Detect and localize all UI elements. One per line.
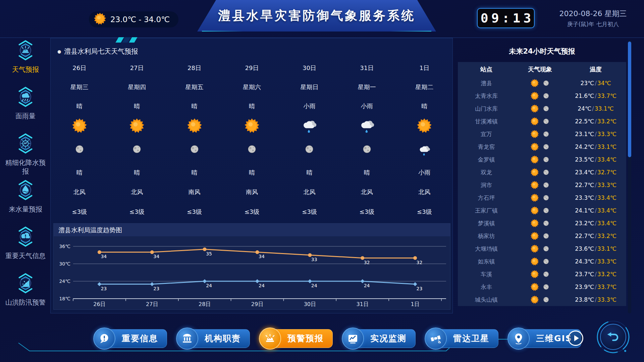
weather-forecast-icon <box>11 36 40 64</box>
sidebar-item-areal-rainfall[interactable]: 面雨量 <box>1 83 50 129</box>
sidebar-item-important-weather-info[interactable]: 重要天气信息 <box>1 223 50 269</box>
station-row[interactable]: 如东镇 24.3℃/33.3℃ <box>458 255 626 268</box>
station-row[interactable]: 澧县 23℃/34℃ <box>458 77 626 89</box>
station-name: 方石坪 <box>458 194 515 202</box>
sun-icon <box>530 104 539 113</box>
sun-icon <box>530 168 539 177</box>
moon-icon <box>542 181 550 189</box>
station-temps: 24.2℃/33.1℃ <box>565 143 626 150</box>
sun-icon <box>530 142 539 151</box>
station-temps: 23.7℃/33.2℃ <box>565 271 626 278</box>
weather-dashboard: { "header": { "title": "澧县水旱灾害防御气象服务系统",… <box>0 0 644 362</box>
station-weather-table: 站点 天气现象 温度 澧县 23℃/34℃ 太青水库 21.6℃/33.7℃ 山… <box>458 62 626 306</box>
moon-icon <box>542 118 550 125</box>
station-row[interactable]: 大堰垱镇 23.6℃/33.1℃ <box>458 242 626 255</box>
night-weather-icon <box>51 144 108 156</box>
sun-icon <box>530 257 539 266</box>
wind-direction: 北风 <box>51 188 108 196</box>
nav-button-important-info[interactable]: 重要信息 <box>93 327 167 350</box>
station-row[interactable]: 永丰 23.9℃/33.7℃ <box>458 281 626 293</box>
station-weather-icons <box>515 168 565 177</box>
sidebar-item-inflow-forecast[interactable]: 来水量预报 <box>1 176 50 223</box>
station-temps: 22.7℃/33.2℃ <box>565 233 626 239</box>
day-weather-text: 晴 <box>51 102 108 110</box>
forecast-date: 26日 <box>51 64 108 72</box>
night-weather-icon <box>338 144 395 156</box>
sun-icon <box>94 12 110 27</box>
night-weather-text: 晴 <box>223 169 280 177</box>
play-button[interactable] <box>568 330 583 346</box>
station-row[interactable]: 山门水库 24℃/33.1℃ <box>458 102 626 115</box>
day-weather-text: 小雨 <box>338 102 395 110</box>
station-row[interactable]: 太青水库 21.6℃/33.7℃ <box>458 89 626 102</box>
night-weather-icon <box>108 144 165 156</box>
moon-icon <box>542 105 550 112</box>
moon-icon <box>542 232 550 240</box>
station-temps: 22.5℃/33.2℃ <box>565 118 626 125</box>
station-name: 车溪 <box>458 270 515 278</box>
station-row[interactable]: 城头山镇 23.8℃/33.3℃ <box>458 293 626 306</box>
station-row[interactable]: 金罗镇 23.5℃/33.4℃ <box>458 153 626 166</box>
station-row[interactable]: 宜万 23.1℃/33.3℃ <box>458 128 626 140</box>
sidebar-item-flash-flood-warning[interactable]: 山洪防汛预警 <box>1 269 50 316</box>
station-weather-icons <box>515 219 565 228</box>
forecast-weekday: 星期五 <box>166 83 223 91</box>
nav-button-radar-satellite[interactable]: 雷达卫星 <box>425 327 498 350</box>
station-row[interactable]: 方石坪 23.3℃/33.4℃ <box>458 191 626 204</box>
sun-icon <box>530 244 539 253</box>
sun-icon <box>530 155 539 164</box>
sidebar-item-label: 面雨量 <box>3 112 48 120</box>
forecast-day-column: 27日 星期四 晴 晴 北风 ≤3级 <box>108 62 165 221</box>
page-title: 澧县水旱灾害防御气象服务系统 <box>218 7 415 24</box>
day-weather-icon <box>166 118 223 135</box>
back-button[interactable] <box>596 320 630 354</box>
night-weather-text: 晴 <box>108 169 165 177</box>
gis-3d-icon <box>507 327 530 350</box>
sidebar-item-weather-forecast[interactable]: 天气预报 <box>1 36 50 83</box>
nav-button-warning-forecast[interactable]: 预警预报 <box>259 327 333 350</box>
sun-icon <box>530 232 539 240</box>
station-row[interactable]: 甘溪滩镇 22.5℃/33.2℃ <box>458 115 626 128</box>
important-weather-info-icon <box>11 223 40 251</box>
station-weather-icons <box>515 232 565 240</box>
fine-precipitation-forecast-icon <box>11 129 40 158</box>
wind-level: ≤3级 <box>223 208 280 216</box>
station-name: 澧县 <box>458 79 515 87</box>
sidebar-item-fine-precipitation-forecast[interactable]: 精细化降水预报 <box>1 129 50 176</box>
night-weather-text: 晴 <box>338 169 395 177</box>
wind-level: ≤3级 <box>281 208 338 216</box>
station-row[interactable]: 梦溪镇 23.2℃/33.4℃ <box>458 217 626 230</box>
station-row[interactable]: 车溪 23.7℃/33.2℃ <box>458 268 626 281</box>
station-row[interactable]: 双龙 23.4℃/32.7℃ <box>458 166 626 179</box>
station-weather-icons <box>515 206 565 215</box>
wind-direction: 北风 <box>338 188 395 196</box>
station-name: 洞市 <box>458 181 515 189</box>
station-row[interactable]: 杨家坊 22.7℃/33.2℃ <box>458 230 626 242</box>
scrollbar-thumb[interactable] <box>628 42 631 157</box>
station-weather-icons <box>515 257 565 266</box>
col-weather: 天气现象 <box>515 65 565 73</box>
sun-icon <box>530 117 539 126</box>
moon-icon <box>542 270 550 278</box>
station-row[interactable]: 王家厂镇 24.1℃/33.4℃ <box>458 204 626 217</box>
inflow-forecast-icon <box>11 176 40 204</box>
back-icon <box>600 324 626 350</box>
night-weather-icon <box>281 144 338 156</box>
station-temps: 23℃/34℃ <box>565 80 626 86</box>
svg-text:27日: 27日 <box>146 301 158 307</box>
station-weather-icons <box>515 283 565 291</box>
title-banner: 澧县水旱灾害防御气象服务系统 <box>197 0 436 32</box>
sun-icon <box>530 270 539 279</box>
station-row[interactable]: 青龙窖 24.2℃/33.1℃ <box>458 140 626 153</box>
day-weather-icon <box>223 118 280 135</box>
night-weather-icon <box>166 144 223 156</box>
station-name: 青龙窖 <box>458 143 515 151</box>
wind-level: ≤3级 <box>108 208 165 216</box>
sun-icon <box>94 12 106 25</box>
station-temps: 23.9℃/33.7℃ <box>565 284 626 290</box>
station-row[interactable]: 洞市 22.7℃/33.3℃ <box>458 179 626 191</box>
nav-button-agency-duties[interactable]: 机构职责 <box>176 327 250 350</box>
nav-button-live-monitoring[interactable]: 实况监测 <box>342 327 416 350</box>
left-sidebar: 天气预报 面雨量 精细化降水预报 来水量预报 重要天气信息 山洪防汛预警 <box>1 36 50 316</box>
sun-icon <box>530 193 539 202</box>
